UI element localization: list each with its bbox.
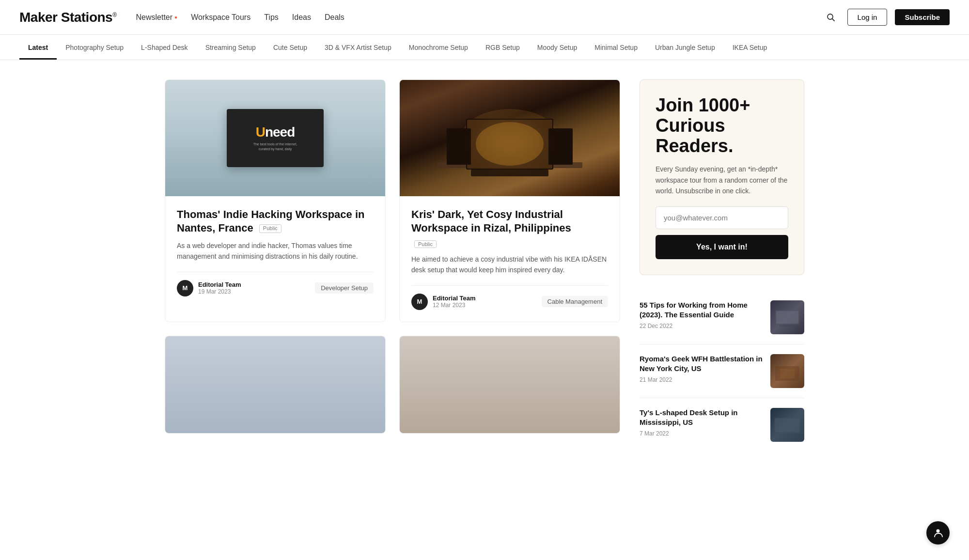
card-2-badge: Public — [414, 240, 437, 248]
nav-tips[interactable]: Tips — [264, 13, 279, 22]
newsletter-title: Join 1000+ Curious Readers. — [656, 95, 788, 156]
uneed-monitor: Uneed The best tools of the internet,cur… — [227, 109, 324, 167]
header: Maker Stations® Newsletter ● Workspace T… — [0, 0, 969, 35]
svg-line-1 — [832, 18, 834, 21]
card-2-tag: Cable Management — [542, 296, 608, 307]
sidebar-article-3-thumbnail — [770, 408, 804, 442]
logo[interactable]: Maker Stations® — [19, 10, 117, 25]
card-2-author: M Editorial Team 12 Mar 2023 — [411, 294, 476, 310]
cat-urban-jungle[interactable]: Urban Jungle Setup — [646, 35, 724, 60]
card-1-body: Thomas' Indie Hacking Workspace in Nante… — [165, 196, 385, 308]
cat-rgb[interactable]: RGB Setup — [477, 35, 529, 60]
card-1-badge: Public — [259, 224, 281, 233]
svg-rect-8 — [548, 128, 573, 165]
category-nav: Latest Photography Setup L-Shaped Desk S… — [0, 35, 969, 60]
header-left: Maker Stations® Newsletter ● Workspace T… — [19, 10, 344, 25]
header-right: Log in Subscribe — [822, 9, 950, 26]
card-4-image — [400, 336, 620, 433]
newsletter-box: Join 1000+ Curious Readers. Every Sunday… — [640, 79, 804, 275]
card-2-body: Kris' Dark, Yet Cosy Industrial Workspac… — [400, 196, 620, 322]
newsletter-dot: ● — [174, 15, 177, 20]
newsletter-submit-button[interactable]: Yes, I want in! — [656, 235, 788, 259]
subscribe-button[interactable]: Subscribe — [895, 9, 950, 25]
sidebar-article-2-thumbnail — [770, 354, 804, 388]
sidebar: Join 1000+ Curious Readers. Every Sunday… — [640, 79, 804, 451]
cat-lshaped[interactable]: L-Shaped Desk — [132, 35, 197, 60]
svg-rect-11 — [776, 311, 798, 324]
cat-moody[interactable]: Moody Setup — [529, 35, 586, 60]
articles-section: Uneed The best tools of the internet,cur… — [165, 79, 620, 451]
card-2-title: Kris' Dark, Yet Cosy Industrial Workspac… — [411, 208, 608, 234]
main-nav: Newsletter ● Workspace Tours Tips Ideas … — [136, 13, 344, 22]
card-1-desc: As a web developer and indie hacker, Tho… — [177, 240, 374, 262]
card-1-footer: M Editorial Team 19 Mar 2023 Developer S… — [177, 272, 374, 296]
cat-ikea[interactable]: IKEA Setup — [724, 35, 776, 60]
svg-rect-14 — [780, 369, 795, 378]
svg-rect-7 — [447, 128, 471, 165]
article-card-4[interactable] — [399, 336, 620, 434]
articles-bottom-row — [165, 336, 620, 434]
article-card-3[interactable] — [165, 336, 386, 434]
svg-point-6 — [476, 122, 544, 166]
search-icon — [826, 13, 836, 22]
nav-ideas[interactable]: Ideas — [292, 13, 311, 22]
nav-workspace-tours[interactable]: Workspace Tours — [191, 13, 250, 22]
nav-newsletter[interactable]: Newsletter ● — [136, 13, 178, 22]
sidebar-article-1-thumbnail — [770, 300, 804, 334]
card-1-image: Uneed The best tools of the internet,cur… — [165, 80, 385, 196]
article-card-2[interactable]: Kris' Dark, Yet Cosy Industrial Workspac… — [399, 79, 620, 322]
newsletter-email-input[interactable] — [656, 206, 788, 229]
cat-3dvfx[interactable]: 3D & VFX Artist Setup — [316, 35, 400, 60]
cat-streaming[interactable]: Streaming Setup — [197, 35, 265, 60]
svg-rect-16 — [775, 419, 799, 432]
articles-top-row: Uneed The best tools of the internet,cur… — [165, 79, 620, 322]
cat-photography[interactable]: Photography Setup — [57, 35, 132, 60]
author-info-1: Editorial Team 19 Mar 2023 — [198, 281, 241, 295]
sidebar-article-1-image — [770, 300, 804, 334]
card-2-desc: He aimed to achieve a cosy industrial vi… — [411, 254, 608, 276]
sidebar-article-2[interactable]: Ryoma's Geek WFH Battlestation in New Yo… — [640, 344, 804, 398]
sidebar-article-2-text: Ryoma's Geek WFH Battlestation in New Yo… — [640, 354, 763, 384]
nav-deals[interactable]: Deals — [325, 13, 344, 22]
search-button[interactable] — [822, 9, 840, 26]
sidebar-articles: 55 Tips for Working from Home (2023). Th… — [640, 291, 804, 451]
sidebar-article-3[interactable]: Ty's L-shaped Desk Setup in Mississippi,… — [640, 398, 804, 451]
sidebar-article-1-text: 55 Tips for Working from Home (2023). Th… — [640, 300, 763, 330]
card-3-image — [165, 336, 385, 433]
author-info-2: Editorial Team 12 Mar 2023 — [433, 295, 476, 309]
sidebar-article-1[interactable]: 55 Tips for Working from Home (2023). Th… — [640, 291, 804, 344]
card-2-illustration — [400, 80, 620, 196]
author-avatar-1: M — [177, 280, 193, 296]
cat-monochrome[interactable]: Monochrome Setup — [400, 35, 477, 60]
card-2-image — [400, 80, 620, 196]
card-1-tag: Developer Setup — [315, 282, 374, 294]
card-1-title: Thomas' Indie Hacking Workspace in Nante… — [177, 208, 374, 234]
cat-cute[interactable]: Cute Setup — [265, 35, 316, 60]
cat-latest[interactable]: Latest — [19, 35, 57, 60]
sidebar-article-3-text: Ty's L-shaped Desk Setup in Mississippi,… — [640, 408, 763, 437]
article-card-1[interactable]: Uneed The best tools of the internet,cur… — [165, 79, 386, 322]
sidebar-article-2-image — [770, 354, 804, 388]
svg-rect-9 — [471, 170, 548, 176]
newsletter-desc: Every Sunday evening, get an *in-depth* … — [656, 164, 788, 196]
main-content: Uneed The best tools of the internet,cur… — [145, 60, 824, 451]
cat-minimal[interactable]: Minimal Setup — [586, 35, 646, 60]
sidebar-article-3-image — [770, 408, 804, 442]
card-1-author: M Editorial Team 19 Mar 2023 — [177, 280, 241, 296]
card-2-footer: M Editorial Team 12 Mar 2023 Cable Manag… — [411, 285, 608, 310]
svg-rect-12 — [779, 325, 796, 327]
author-avatar-2: M — [411, 294, 428, 310]
login-button[interactable]: Log in — [847, 9, 888, 26]
